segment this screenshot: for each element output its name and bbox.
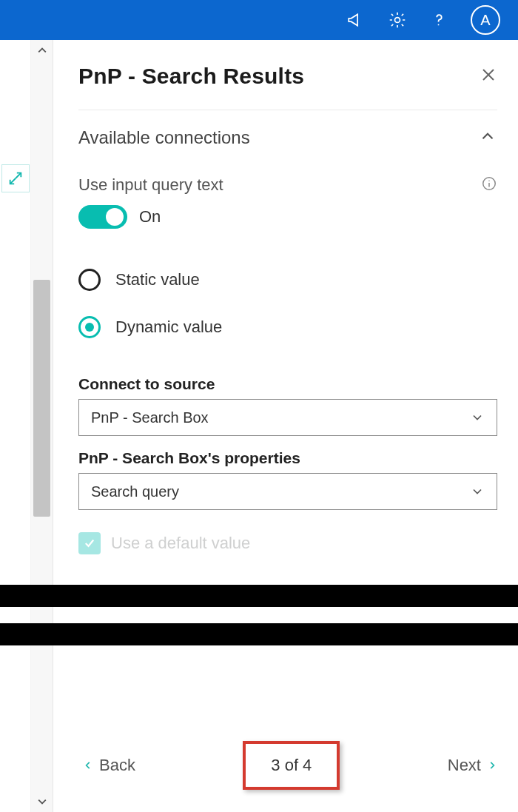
- page-indicator: 3 of 4: [243, 741, 340, 790]
- property-panel: PnP - Search Results Available connectio…: [53, 40, 518, 812]
- app-bar: A: [0, 0, 518, 40]
- scrollbar[interactable]: [31, 40, 53, 812]
- use-input-row: Use input query text: [78, 175, 497, 195]
- props-label: PnP - Search Box's properties: [78, 449, 497, 467]
- radio-label: Dynamic value: [115, 318, 222, 337]
- use-input-toggle-row: On: [78, 205, 497, 229]
- query-mode-radio-group: Static value Dynamic value: [78, 269, 497, 338]
- toggle-knob: [106, 208, 124, 226]
- checkbox-label: Use a default value: [111, 534, 250, 553]
- use-default-value-row[interactable]: Use a default value: [78, 532, 497, 554]
- body-row: PnP - Search Results Available connectio…: [0, 40, 518, 812]
- scroll-down-icon[interactable]: [35, 794, 50, 809]
- dropdown-value: Search query: [91, 483, 179, 500]
- source-properties-dropdown[interactable]: Search query: [78, 473, 497, 510]
- left-strip: [0, 40, 31, 812]
- redaction-bar: [0, 585, 518, 607]
- connect-to-source-dropdown[interactable]: PnP - Search Box: [78, 399, 497, 436]
- scroll-up-icon[interactable]: [35, 43, 50, 58]
- panel-header: PnP - Search Results: [78, 64, 497, 110]
- use-input-toggle[interactable]: [78, 205, 127, 229]
- back-label: Back: [99, 756, 135, 775]
- avatar-letter: A: [480, 12, 490, 29]
- next-label: Next: [448, 756, 481, 775]
- connect-label: Connect to source: [78, 375, 497, 393]
- page-text: 3 of 4: [271, 756, 312, 774]
- info-icon[interactable]: [481, 175, 497, 195]
- toggle-state-label: On: [139, 207, 161, 227]
- megaphone-icon[interactable]: [346, 10, 366, 30]
- connect-to-source-block: Connect to source PnP - Search Box: [78, 375, 497, 436]
- chevron-down-icon: [470, 410, 485, 425]
- checkbox-checked-icon: [78, 532, 101, 554]
- source-properties-block: PnP - Search Box's properties Search que…: [78, 449, 497, 510]
- expand-icon[interactable]: [1, 164, 30, 192]
- gear-icon[interactable]: [388, 10, 407, 30]
- section-title: Available connections: [78, 127, 250, 148]
- section-available-connections[interactable]: Available connections: [78, 127, 497, 149]
- avatar[interactable]: A: [471, 5, 500, 35]
- svg-point-0: [395, 18, 400, 23]
- svg-point-1: [438, 24, 440, 26]
- panel-content: Available connections Use input query te…: [78, 110, 497, 812]
- radio-static-value[interactable]: Static value: [78, 269, 497, 291]
- svg-point-3: [488, 181, 489, 181]
- help-icon[interactable]: [429, 10, 448, 30]
- use-input-label: Use input query text: [78, 175, 223, 195]
- back-button[interactable]: Back: [83, 756, 135, 775]
- radio-inner: [85, 323, 94, 332]
- scroll-thumb[interactable]: [33, 280, 50, 517]
- chevron-up-icon: [478, 127, 497, 149]
- radio-outer: [78, 316, 101, 338]
- radio-label: Static value: [115, 270, 200, 289]
- next-button[interactable]: Next: [448, 756, 497, 775]
- panel-title: PnP - Search Results: [78, 64, 304, 89]
- scroll-track[interactable]: [31, 58, 53, 794]
- radio-dynamic-value[interactable]: Dynamic value: [78, 316, 497, 338]
- redaction-bar: [0, 623, 518, 645]
- chevron-down-icon: [470, 484, 485, 499]
- close-icon[interactable]: [480, 66, 497, 87]
- pager: Back 3 of 4 Next: [83, 741, 497, 790]
- dropdown-value: PnP - Search Box: [91, 409, 209, 426]
- radio-outer: [78, 269, 101, 291]
